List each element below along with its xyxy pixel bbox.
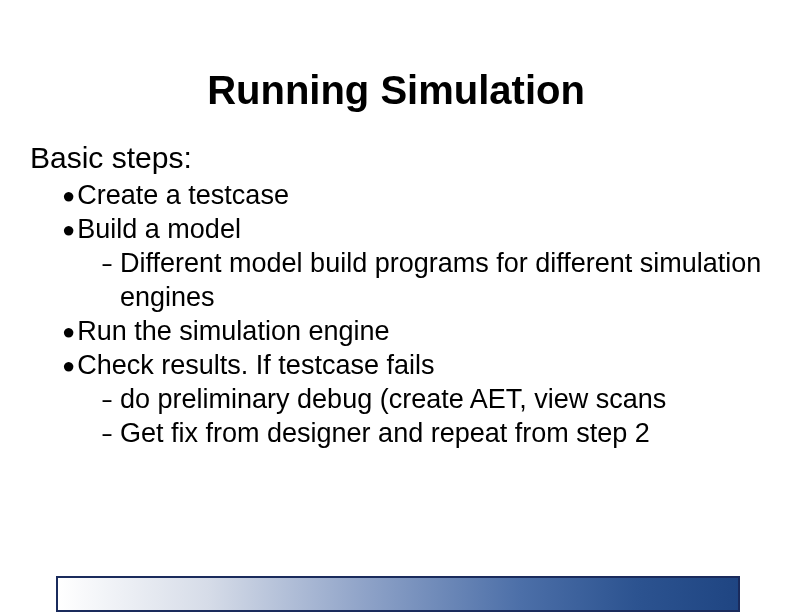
dash-icon: –	[102, 383, 112, 417]
list-item: ● Build a model	[62, 213, 784, 247]
bullet-icon: ●	[62, 315, 75, 349]
dash-icon: –	[102, 417, 112, 451]
bullet-list: ● Create a testcase ● Build a model – Di…	[62, 179, 784, 451]
bullet-icon: ●	[62, 213, 75, 247]
subtitle: Basic steps:	[30, 141, 792, 175]
sub-bullet-text: Different model build programs for diffe…	[120, 247, 784, 315]
slide-title: Running Simulation	[0, 68, 792, 113]
bullet-text: Create a testcase	[77, 179, 784, 213]
sub-bullet-text: do preliminary debug (create AET, view s…	[120, 383, 784, 417]
bullet-text: Check results. If testcase fails	[77, 349, 784, 383]
list-sub-item: – Different model build programs for dif…	[102, 247, 784, 315]
footer-gradient-bar	[56, 576, 740, 612]
list-item: ● Run the simulation engine	[62, 315, 784, 349]
bullet-icon: ●	[62, 349, 75, 383]
bullet-icon: ●	[62, 179, 75, 213]
list-sub-item: – do preliminary debug (create AET, view…	[102, 383, 784, 417]
list-item: ● Check results. If testcase fails	[62, 349, 784, 383]
sub-bullet-text: Get fix from designer and repeat from st…	[120, 417, 784, 451]
list-sub-item: – Get fix from designer and repeat from …	[102, 417, 784, 451]
bullet-text: Run the simulation engine	[77, 315, 784, 349]
bullet-text: Build a model	[77, 213, 784, 247]
dash-icon: –	[102, 247, 112, 281]
list-item: ● Create a testcase	[62, 179, 784, 213]
